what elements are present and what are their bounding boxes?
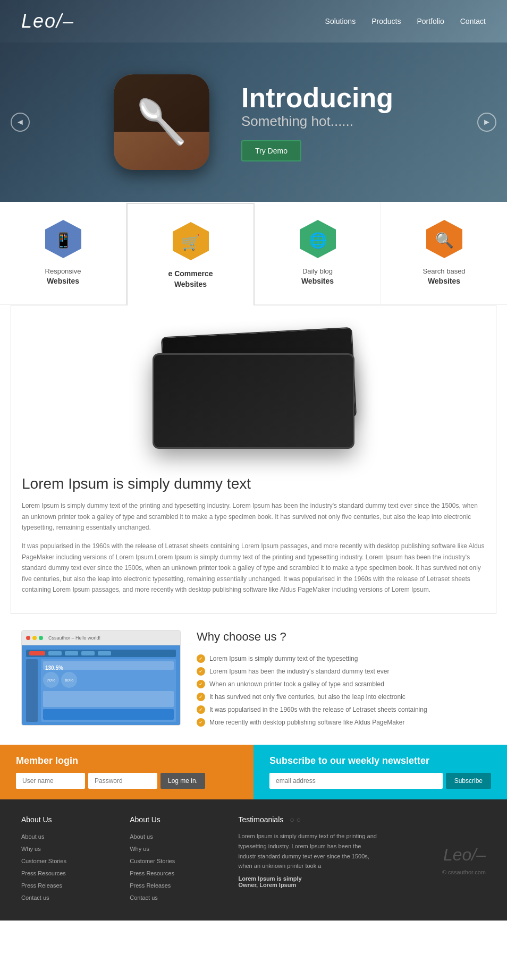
svg-text:🌐: 🌐: [308, 232, 327, 249]
username-input[interactable]: [16, 773, 85, 789]
footer-link[interactable]: About us: [21, 833, 44, 840]
hero-section: ◄ 🥄 Introducing Something hot...... Try …: [0, 42, 507, 202]
footer-col1-title: About Us: [21, 815, 114, 824]
login-form: Log me in.: [16, 773, 238, 789]
prev-arrow[interactable]: ◄: [11, 113, 30, 132]
svg-text:🔍: 🔍: [435, 232, 453, 249]
footer-logo-section: Leo/– © cssauthor.com: [393, 815, 486, 905]
why-text: Why choose us ? ✓ Lorem Ipsum is simply …: [197, 630, 486, 729]
footer-link[interactable]: About us: [130, 833, 153, 840]
menu-item-active: [29, 651, 45, 655]
browser-menu: [26, 650, 176, 657]
nav-contact[interactable]: Contact: [460, 17, 486, 25]
list-item: ✓ It was popularised in the 1960s with t…: [197, 703, 486, 716]
svg-text:🛒: 🛒: [181, 234, 200, 251]
hero-app-icon: 🥄: [114, 74, 209, 170]
testimonials-title: Testimoanials ○ ○: [238, 815, 377, 824]
tablet-main: [153, 353, 354, 449]
nav-portfolio[interactable]: Portfolio: [417, 17, 444, 25]
try-demo-button[interactable]: Try Demo: [241, 140, 301, 161]
menu-item-3: [81, 651, 95, 655]
newsletter-form: Subscribe: [269, 773, 491, 789]
login-box: Member login Log me in.: [0, 745, 254, 799]
hero-title: Introducing: [241, 83, 393, 113]
browser-sidebar: [26, 659, 38, 722]
feature-search-based[interactable]: 🔍 Search based Websites: [381, 202, 507, 304]
responsive-label: Responsive Websites: [45, 267, 81, 287]
feature-responsive[interactable]: 📱 Responsive Websites: [0, 202, 126, 304]
hero-text: Introducing Something hot...... Try Demo: [241, 83, 393, 161]
nav-products[interactable]: Products: [371, 17, 401, 25]
browser-dashboard: 130.5% 70% 60%: [41, 659, 176, 722]
footer-link[interactable]: Press Releases: [21, 882, 62, 889]
features-bar: 📱 Responsive Websites 🛒 e Commerce Websi…: [0, 202, 507, 305]
feature-daily-blog[interactable]: 🌐 Daily blog Websites: [255, 202, 381, 304]
password-input[interactable]: [88, 773, 157, 789]
menu-item-1: [48, 651, 62, 655]
list-item: ✓ Lorem Ipsum is simply dummy text of th…: [197, 652, 486, 665]
content-para1: Lorem Ipsum is simply dummy text of the …: [22, 500, 485, 533]
chart-area: [43, 691, 174, 707]
footer-link[interactable]: Contact us: [130, 894, 158, 901]
browser-bar: Cssauthor – Hello world!: [22, 630, 180, 645]
footer-link[interactable]: Customer Stories: [130, 858, 175, 864]
footer-copyright: © cssauthor.com: [442, 869, 486, 875]
footer-link[interactable]: Customer Stories: [21, 858, 66, 864]
footer-logo: Leo/–: [443, 845, 486, 865]
footer-col2-title: About Us: [130, 815, 222, 824]
footer-link[interactable]: Press Releases: [130, 882, 171, 889]
list-item: ✓ More recently with desktop publishing …: [197, 716, 486, 729]
email-input[interactable]: [269, 773, 443, 789]
stat-number: 130.5%: [45, 665, 63, 671]
ecommerce-icon: 🛒: [170, 220, 212, 262]
newsletter-title: Subscribe to our weekly newsletter: [269, 755, 491, 766]
svg-text:📱: 📱: [54, 232, 72, 249]
check-icon: ✓: [197, 654, 205, 663]
check-icon: ✓: [197, 705, 205, 714]
search-based-label: Search based Websites: [422, 267, 465, 287]
browser-dot-green: [39, 636, 43, 640]
spoon-icon: 🥄: [135, 97, 188, 147]
testimonial-text: Lorem Ipsum is simply dummy text of the …: [238, 831, 377, 871]
feature-ecommerce[interactable]: 🛒 e Commerce Websites: [126, 203, 255, 305]
login-title: Member login: [16, 755, 238, 766]
footer-col-1: About Us About us Why us Customer Storie…: [21, 815, 114, 905]
navigation: Solutions Products Portfolio Contact: [325, 17, 486, 25]
check-icon: ✓: [197, 693, 205, 701]
browser-main: 130.5% 70% 60%: [26, 659, 176, 722]
logo: Leo/–: [21, 10, 74, 32]
footer-col2-links: About us Why us Customer Stories Press R…: [130, 831, 222, 902]
gauge-2: 60%: [65, 678, 73, 683]
footer-link[interactable]: Press Resources: [21, 870, 66, 876]
login-button[interactable]: Log me in.: [160, 773, 205, 789]
cta-section: Member login Log me in. Subscribe to our…: [0, 745, 507, 799]
check-icon: ✓: [197, 718, 205, 727]
why-section: Cssauthor – Hello world! 130.5% 70: [21, 630, 486, 729]
next-arrow[interactable]: ►: [477, 113, 496, 132]
nav-solutions[interactable]: Solutions: [325, 17, 356, 25]
footer-link[interactable]: Press Resources: [130, 870, 174, 876]
footer-link[interactable]: Why us: [130, 846, 149, 852]
footer-col-2: About Us About us Why us Customer Storie…: [130, 815, 222, 905]
footer-link[interactable]: Why us: [21, 846, 41, 852]
subscribe-button[interactable]: Subscribe: [446, 773, 491, 789]
list-item: ✓ It has survived not only five centurie…: [197, 691, 486, 703]
chart-bar: [43, 709, 174, 720]
gauge-1: 70%: [47, 678, 55, 683]
why-browser-image: Cssauthor – Hello world! 130.5% 70: [21, 630, 181, 726]
tablet-image: [22, 316, 485, 465]
content-title: Lorem Ipsum is simply dummy text: [22, 475, 485, 492]
chevron-right-icon: ►: [483, 117, 491, 127]
testimonial-author-1: Lorem Ipsum is simply: [238, 875, 377, 882]
check-icon: ✓: [197, 667, 205, 676]
browser-content-area: 130.5% 70% 60%: [22, 645, 180, 726]
browser-title: Cssauthor – Hello world!: [48, 635, 100, 641]
testimonial-author-2: Owner, Lorem Ipsum: [238, 882, 377, 888]
check-icon: ✓: [197, 680, 205, 688]
footer: About Us About us Why us Customer Storie…: [0, 799, 507, 921]
footer-link[interactable]: Contact us: [21, 894, 49, 901]
daily-blog-label: Daily blog Websites: [301, 267, 334, 287]
responsive-icon: 📱: [42, 218, 84, 260]
hero-subtitle: Something hot......: [241, 113, 393, 130]
menu-item-4: [98, 651, 111, 655]
